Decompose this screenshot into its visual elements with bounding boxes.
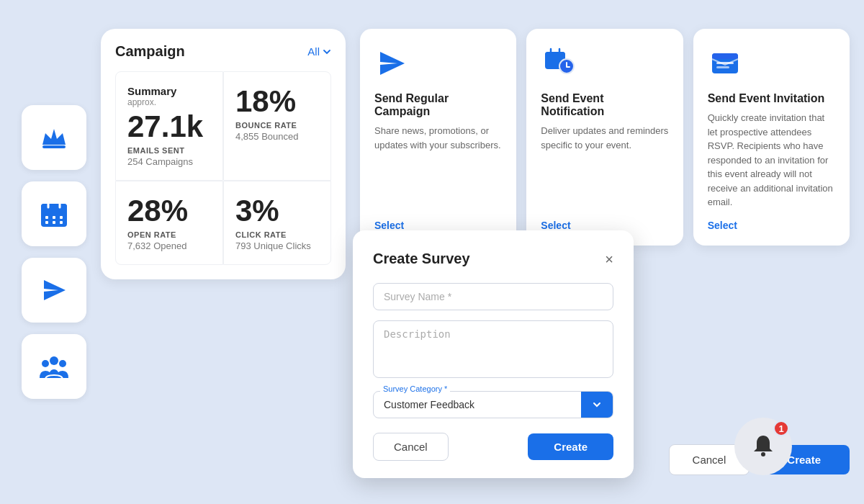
svg-rect-12 [60,221,63,224]
type-card-event-invitation: Send Event Invitation Quickly create inv… [693,29,850,246]
modal-actions: Cancel Create [373,433,613,461]
event-invitation-title: Send Event Invitation [708,92,835,105]
calendar-icon [38,198,70,230]
sidebar-item-community[interactable] [22,334,86,399]
category-select-row: Customer Feedback [373,391,613,418]
event-notification-desc: Deliver updates and reminders specific t… [541,124,668,210]
bell-icon [750,433,777,460]
type-card-event-notification: Send Event Notification Deliver updates … [526,29,683,246]
campaign-stats-grid: Summary approx. 27.1k EMAILS SENT 254 Ca… [115,71,331,265]
open-rate-cell: 28% OPEN RATE 7,632 Opened [115,181,223,265]
send-regular-icon [374,46,502,84]
campaign-card: Campaign All Summary approx. 27.1k EMAIL… [101,29,346,279]
dropdown-chevron-icon [591,399,603,410]
modal-title: Create Survey [373,251,470,267]
send-icon [38,274,70,306]
svg-rect-11 [53,221,55,224]
bounce-rate-cell: 18% BOUNCE RATE 4,855 Bounced [223,71,331,181]
campaign-title: Campaign [115,43,185,60]
notification-bell[interactable]: 1 [734,418,792,475]
regular-card-desc: Share news, promotions, or updates with … [374,124,502,210]
category-value: Customer Feedback [374,392,581,418]
summary-cell: Summary approx. 27.1k EMAILS SENT 254 Ca… [115,71,223,181]
survey-name-input[interactable] [373,283,613,310]
event-notification-title: Send Event Notification [541,92,668,118]
crown-icon [38,122,70,153]
svg-rect-9 [60,216,63,219]
description-textarea[interactable] [373,320,613,378]
event-notification-select-link[interactable]: Select [541,220,668,231]
regular-select-link[interactable]: Select [374,220,502,231]
svg-point-14 [42,360,49,367]
modal-close-button[interactable]: × [605,252,613,266]
community-icon [38,351,70,382]
svg-rect-26 [716,66,729,68]
svg-rect-8 [53,216,55,219]
type-card-regular: Send Regular Campaign Share news, promot… [360,29,516,246]
svg-point-15 [59,360,66,367]
sidebar-item-send[interactable] [22,258,86,323]
modal-create-button[interactable]: Create [528,433,613,460]
svg-point-27 [761,452,765,456]
svg-point-13 [50,356,58,365]
category-dropdown-button[interactable] [581,392,613,418]
event-invitation-icon [708,46,835,84]
category-select-wrapper: Survey Category * Customer Feedback [373,391,613,418]
click-rate-cell: 3% CLICK RATE 793 Unique Clicks [223,181,331,265]
notification-badge: 1 [773,420,789,436]
sidebar-item-calendar[interactable] [22,181,86,246]
description-group [373,320,613,381]
survey-name-group [373,283,613,310]
svg-rect-20 [545,55,565,58]
event-invitation-desc: Quickly create invitation that let prosp… [708,111,835,210]
category-group: Survey Category * Customer Feedback [373,391,613,418]
event-notification-icon [541,46,668,84]
sidebar-item-crown[interactable] [22,105,86,170]
modal-cancel-button[interactable]: Cancel [373,433,449,461]
svg-rect-10 [45,221,48,224]
svg-rect-7 [45,216,48,219]
svg-rect-3 [41,208,67,212]
sidebar [22,105,86,399]
type-cards-row: Send Regular Campaign Share news, promot… [360,29,850,246]
svg-rect-24 [712,56,738,59]
create-survey-modal: Create Survey × Survey Category * Custom… [353,230,634,478]
svg-rect-0 [42,145,66,148]
regular-card-title: Send Regular Campaign [374,92,502,118]
event-invitation-select-link[interactable]: Select [708,220,835,231]
category-label: Survey Category * [380,384,450,393]
campaign-filter[interactable]: All [307,45,331,58]
chevron-down-icon [323,48,331,56]
